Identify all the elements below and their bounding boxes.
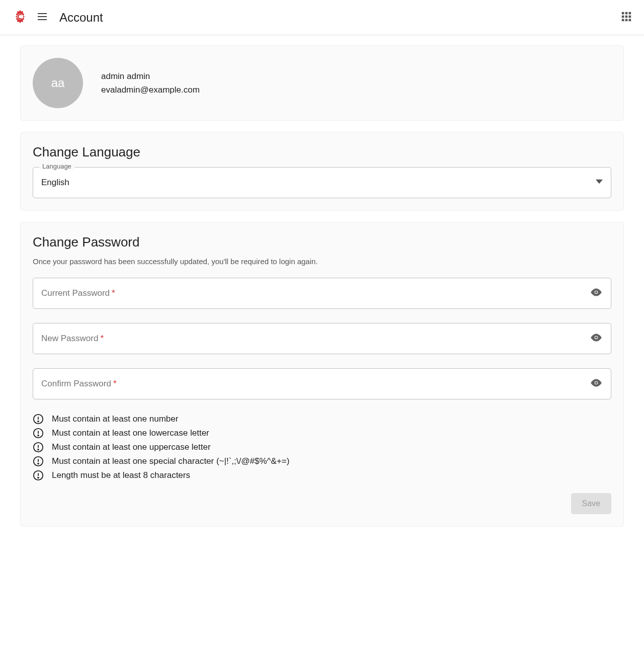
alert-circle-icon [33,428,44,439]
current-password-field[interactable]: Current Password* [33,278,611,309]
password-rule: Length must be at least 8 characters [33,470,611,481]
save-button[interactable]: Save [571,493,611,514]
password-rule-text: Must contain at least one uppercase lett… [52,442,211,452]
alert-circle-icon [33,470,44,481]
svg-point-30 [38,463,39,464]
language-section-title: Change Language [33,144,611,160]
svg-rect-10 [622,19,624,21]
avatar: aa [33,58,83,108]
menu-icon[interactable] [36,11,48,25]
language-select[interactable]: Language English [33,167,611,198]
app-logo-icon [12,9,28,27]
password-card: Change Password Once your password has b… [20,222,624,527]
alert-circle-icon [33,456,44,467]
language-selected-value: English [41,178,596,188]
svg-point-18 [595,382,597,384]
svg-rect-7 [622,15,624,18]
svg-point-24 [38,435,39,436]
visibility-toggle-icon[interactable] [590,376,603,391]
header-left: Account [12,9,103,27]
svg-rect-6 [629,12,631,14]
password-rule-text: Must contain at least one lowercase lett… [52,428,209,438]
actions-row: Save [33,493,611,514]
svg-point-16 [595,337,597,339]
svg-point-21 [38,421,39,422]
confirm-password-field[interactable]: Confirm Password* [33,368,611,399]
alert-circle-icon [33,414,44,425]
profile-name: admin admin [101,69,200,83]
password-rules-list: Must contain at least one number Must co… [33,414,611,481]
password-rule: Must contain at least one uppercase lett… [33,442,611,453]
visibility-toggle-icon[interactable] [590,286,603,301]
language-field-label: Language [39,162,74,170]
svg-point-33 [38,477,39,478]
new-password-field[interactable]: New Password* [33,323,611,354]
password-rule-text: Must contain at least one number [52,414,178,424]
app-header: Account [0,0,644,35]
svg-rect-5 [625,12,628,14]
password-rule: Must contain at least one lowercase lett… [33,428,611,439]
svg-point-14 [595,291,597,293]
content-area: aa admin admin evaladmin@example.com Cha… [0,35,644,548]
svg-point-27 [38,449,39,450]
language-card: Change Language Language English [20,132,624,211]
profile-email: evaladmin@example.com [101,83,200,97]
password-rule-text: Length must be at least 8 characters [52,470,190,480]
current-password-label: Current Password* [41,288,115,298]
svg-rect-8 [625,15,628,18]
page-title: Account [59,11,103,25]
new-password-label: New Password* [41,334,104,344]
svg-rect-4 [622,12,624,14]
password-subtitle: Once your password has been successfully… [33,257,611,266]
confirm-password-label: Confirm Password* [41,379,117,389]
profile-info: admin admin evaladmin@example.com [101,69,200,97]
visibility-toggle-icon[interactable] [590,331,603,346]
dropdown-icon [596,178,603,187]
svg-rect-11 [625,19,628,21]
password-rule: Must contain at least one special charac… [33,456,611,467]
svg-rect-12 [629,19,631,21]
apps-grid-icon[interactable] [621,11,632,24]
password-section-title: Change Password [33,234,611,250]
alert-circle-icon [33,442,44,453]
password-rule-text: Must contain at least one special charac… [52,456,289,466]
password-rule: Must contain at least one number [33,414,611,425]
profile-card: aa admin admin evaladmin@example.com [20,45,624,121]
svg-rect-9 [629,15,631,18]
